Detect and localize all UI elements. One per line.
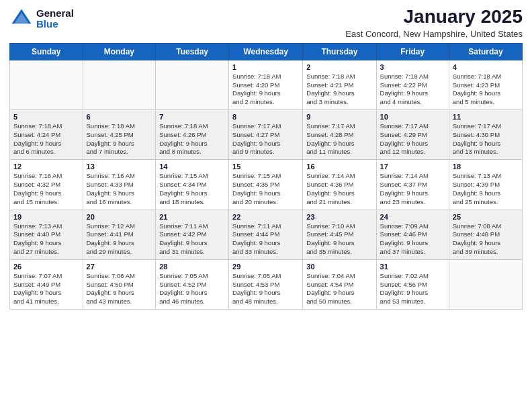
day-number: 29 [232,263,299,271]
logo-text: General Blue [36,8,74,30]
day-info: Sunrise: 7:18 AM Sunset: 4:24 PM Dayligh… [13,122,62,155]
logo: General Blue [9,7,74,31]
day-info: Sunrise: 7:04 AM Sunset: 4:54 PM Dayligh… [306,272,355,305]
day-number: 10 [380,113,445,121]
calendar-cell: 18Sunrise: 7:13 AM Sunset: 4:39 PM Dayli… [449,160,522,210]
calendar-cell: 28Sunrise: 7:05 AM Sunset: 4:52 PM Dayli… [156,259,229,309]
calendar-cell: 15Sunrise: 7:15 AM Sunset: 4:35 PM Dayli… [229,160,303,210]
header: General Blue January 2025 East Concord, … [9,7,523,39]
day-info: Sunrise: 7:11 AM Sunset: 4:44 PM Dayligh… [232,222,281,255]
day-number: 24 [380,213,445,221]
day-number: 2 [306,63,372,71]
day-info: Sunrise: 7:17 AM Sunset: 4:28 PM Dayligh… [306,122,355,155]
day-info: Sunrise: 7:07 AM Sunset: 4:49 PM Dayligh… [13,272,62,305]
day-number: 26 [13,263,79,271]
logo-blue-text: Blue [36,19,74,30]
logo-general-text: General [36,8,74,19]
calendar-cell: 13Sunrise: 7:16 AM Sunset: 4:33 PM Dayli… [83,160,156,210]
day-header-thursday: Thursday [303,43,376,60]
day-number: 13 [87,163,152,171]
day-number: 7 [159,113,225,121]
day-info: Sunrise: 7:02 AM Sunset: 4:56 PM Dayligh… [380,272,429,305]
day-info: Sunrise: 7:18 AM Sunset: 4:21 PM Dayligh… [306,73,355,105]
calendar-cell: 27Sunrise: 7:06 AM Sunset: 4:50 PM Dayli… [83,259,156,309]
day-number: 27 [87,263,152,271]
calendar-cell: 8Sunrise: 7:17 AM Sunset: 4:27 PM Daylig… [229,110,303,160]
day-info: Sunrise: 7:18 AM Sunset: 4:22 PM Dayligh… [380,73,429,105]
day-number: 11 [453,113,519,121]
day-info: Sunrise: 7:16 AM Sunset: 4:33 PM Dayligh… [87,172,135,205]
day-number: 4 [453,63,519,71]
day-number: 19 [13,213,79,221]
day-info: Sunrise: 7:15 AM Sunset: 4:34 PM Dayligh… [159,172,208,205]
day-header-saturday: Saturday [449,43,522,60]
calendar-cell: 19Sunrise: 7:13 AM Sunset: 4:40 PM Dayli… [10,210,83,259]
day-info: Sunrise: 7:18 AM Sunset: 4:20 PM Dayligh… [232,73,281,105]
calendar-cell: 7Sunrise: 7:18 AM Sunset: 4:26 PM Daylig… [156,110,229,160]
day-info: Sunrise: 7:17 AM Sunset: 4:27 PM Dayligh… [232,122,281,155]
day-number: 1 [232,63,299,71]
day-number: 25 [453,213,519,221]
day-number: 22 [232,213,299,221]
calendar-cell: 2Sunrise: 7:18 AM Sunset: 4:21 PM Daylig… [303,60,376,109]
calendar-cell: 11Sunrise: 7:17 AM Sunset: 4:30 PM Dayli… [449,110,522,160]
day-number: 15 [232,163,299,171]
main-title: January 2025 [345,7,523,28]
calendar-cell: 26Sunrise: 7:07 AM Sunset: 4:49 PM Dayli… [10,259,83,309]
day-info: Sunrise: 7:14 AM Sunset: 4:36 PM Dayligh… [306,172,355,205]
day-info: Sunrise: 7:08 AM Sunset: 4:48 PM Dayligh… [453,222,501,255]
calendar-cell: 23Sunrise: 7:10 AM Sunset: 4:45 PM Dayli… [303,210,376,259]
day-info: Sunrise: 7:13 AM Sunset: 4:39 PM Dayligh… [453,172,501,205]
day-number: 23 [306,213,372,221]
day-info: Sunrise: 7:17 AM Sunset: 4:30 PM Dayligh… [453,122,501,155]
calendar-cell: 12Sunrise: 7:16 AM Sunset: 4:32 PM Dayli… [10,160,83,210]
day-number: 9 [306,113,372,121]
day-info: Sunrise: 7:11 AM Sunset: 4:42 PM Dayligh… [159,222,208,255]
day-info: Sunrise: 7:18 AM Sunset: 4:23 PM Dayligh… [453,73,501,105]
header-row: SundayMondayTuesdayWednesdayThursdayFrid… [10,43,523,60]
day-number: 18 [453,163,519,171]
calendar-cell: 25Sunrise: 7:08 AM Sunset: 4:48 PM Dayli… [449,210,522,259]
calendar-cell: 30Sunrise: 7:04 AM Sunset: 4:54 PM Dayli… [303,259,376,309]
day-number: 28 [159,263,225,271]
day-info: Sunrise: 7:18 AM Sunset: 4:26 PM Dayligh… [159,122,208,155]
day-info: Sunrise: 7:14 AM Sunset: 4:37 PM Dayligh… [380,172,429,205]
week-row-5: 26Sunrise: 7:07 AM Sunset: 4:49 PM Dayli… [10,259,523,309]
day-info: Sunrise: 7:15 AM Sunset: 4:35 PM Dayligh… [232,172,281,205]
calendar-cell: 10Sunrise: 7:17 AM Sunset: 4:29 PM Dayli… [376,110,449,160]
calendar-cell: 1Sunrise: 7:18 AM Sunset: 4:20 PM Daylig… [229,60,303,109]
day-info: Sunrise: 7:16 AM Sunset: 4:32 PM Dayligh… [13,172,62,205]
calendar-cell: 17Sunrise: 7:14 AM Sunset: 4:37 PM Dayli… [376,160,449,210]
day-info: Sunrise: 7:17 AM Sunset: 4:29 PM Dayligh… [380,122,429,155]
logo-icon [9,7,34,31]
day-number: 17 [380,163,445,171]
day-number: 20 [87,213,152,221]
day-number: 5 [13,113,79,121]
calendar-cell: 22Sunrise: 7:11 AM Sunset: 4:44 PM Dayli… [229,210,303,259]
day-info: Sunrise: 7:10 AM Sunset: 4:45 PM Dayligh… [306,222,355,255]
week-row-1: 1Sunrise: 7:18 AM Sunset: 4:20 PM Daylig… [10,60,523,109]
day-number: 12 [13,163,79,171]
day-info: Sunrise: 7:12 AM Sunset: 4:41 PM Dayligh… [87,222,135,255]
day-number: 21 [159,213,225,221]
day-info: Sunrise: 7:09 AM Sunset: 4:46 PM Dayligh… [380,222,429,255]
day-info: Sunrise: 7:18 AM Sunset: 4:25 PM Dayligh… [87,122,135,155]
day-number: 31 [380,263,445,271]
calendar-cell: 9Sunrise: 7:17 AM Sunset: 4:28 PM Daylig… [303,110,376,160]
subtitle: East Concord, New Hampshire, United Stat… [345,29,523,39]
calendar-cell [10,60,83,109]
calendar-cell [449,259,522,309]
day-header-monday: Monday [83,43,156,60]
calendar-cell: 20Sunrise: 7:12 AM Sunset: 4:41 PM Dayli… [83,210,156,259]
day-number: 14 [159,163,225,171]
day-number: 8 [232,113,299,121]
calendar-cell: 5Sunrise: 7:18 AM Sunset: 4:24 PM Daylig… [10,110,83,160]
day-info: Sunrise: 7:05 AM Sunset: 4:52 PM Dayligh… [159,272,208,305]
day-number: 3 [380,63,445,71]
calendar-cell: 16Sunrise: 7:14 AM Sunset: 4:36 PM Dayli… [303,160,376,210]
calendar-cell: 21Sunrise: 7:11 AM Sunset: 4:42 PM Dayli… [156,210,229,259]
calendar-cell: 6Sunrise: 7:18 AM Sunset: 4:25 PM Daylig… [83,110,156,160]
week-row-4: 19Sunrise: 7:13 AM Sunset: 4:40 PM Dayli… [10,210,523,259]
week-row-3: 12Sunrise: 7:16 AM Sunset: 4:32 PM Dayli… [10,160,523,210]
day-header-friday: Friday [376,43,449,60]
